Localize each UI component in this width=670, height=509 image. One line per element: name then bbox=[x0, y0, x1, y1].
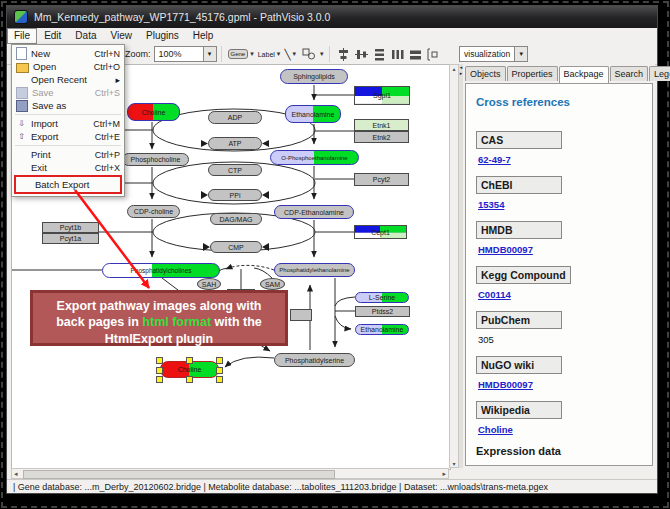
scroll-left-icon[interactable]: ◂ bbox=[14, 469, 18, 478]
node-l-serine[interactable]: L-Serine bbox=[355, 292, 409, 303]
menu-item-label: Open bbox=[33, 61, 56, 72]
node-cmp[interactable]: CMP bbox=[210, 241, 262, 253]
xref-link[interactable]: 62-49-7 bbox=[478, 154, 642, 165]
toolbar-separator bbox=[329, 46, 330, 62]
menu-item-save-as[interactable]: Save as bbox=[12, 99, 124, 112]
selection-handle[interactable] bbox=[156, 367, 163, 374]
node-ptdss2[interactable]: Ptdss2 bbox=[355, 306, 410, 317]
node-cept1[interactable]: Cept1 bbox=[354, 225, 407, 239]
chevron-down-icon[interactable]: ▾ bbox=[292, 50, 296, 58]
add-label-button[interactable]: Label ▾ bbox=[256, 49, 283, 59]
menu-item-save: Save Ctrl+S bbox=[12, 86, 124, 99]
distribute-vertical-button[interactable] bbox=[370, 46, 388, 62]
scroll-down-icon[interactable]: ▾ bbox=[450, 460, 458, 467]
menu-item-exit[interactable]: Exit Ctrl+X bbox=[12, 161, 124, 174]
chevron-down-icon[interactable]: ▾ bbox=[203, 47, 216, 61]
selection-handle[interactable] bbox=[186, 376, 193, 383]
menu-item-new[interactable]: New Ctrl+N bbox=[12, 47, 124, 60]
node-pisd-partial[interactable] bbox=[290, 309, 312, 321]
node-sam[interactable]: SAM bbox=[260, 278, 285, 290]
menu-plugins[interactable]: Plugins bbox=[139, 28, 186, 44]
selection-handle[interactable] bbox=[216, 376, 223, 383]
menu-edit[interactable]: Edit bbox=[37, 28, 68, 44]
xref-link[interactable]: C00114 bbox=[478, 289, 642, 300]
backpage-content: Cross references CAS 62-49-7 ChEBI 15354… bbox=[465, 83, 653, 466]
node-pcyt2[interactable]: Pcyt2 bbox=[354, 173, 409, 186]
tab-objects[interactable]: Objects bbox=[465, 66, 506, 81]
menu-view[interactable]: View bbox=[103, 28, 139, 44]
scroll-right-icon[interactable]: ▸ bbox=[442, 469, 446, 478]
node-etnk2[interactable]: Etnk2 bbox=[354, 131, 409, 143]
add-gene-button[interactable]: Gene ▾ bbox=[226, 48, 256, 60]
chevron-down-icon[interactable]: ▾ bbox=[514, 47, 527, 61]
menu-data[interactable]: Data bbox=[68, 28, 103, 44]
node-dag-mag[interactable]: DAG/MAG bbox=[210, 213, 262, 225]
chevron-down-icon[interactable]: ▾ bbox=[250, 50, 254, 58]
menu-help[interactable]: Help bbox=[186, 28, 221, 44]
menu-item-label: New bbox=[31, 48, 50, 59]
tab-properties[interactable]: Properties bbox=[507, 66, 558, 81]
menu-item-open-recent[interactable]: Open Recent ▸ bbox=[12, 73, 124, 86]
xref-link[interactable]: HMDB00097 bbox=[478, 244, 642, 255]
node-ethanolamine-bottom[interactable]: Ethanolamine bbox=[355, 324, 409, 335]
node-phosphatidylcholines[interactable]: Phosphatidylcholines bbox=[102, 263, 220, 278]
selection-handle[interactable] bbox=[156, 376, 163, 383]
menu-file[interactable]: File bbox=[7, 28, 37, 44]
menu-item-print[interactable]: Print Ctrl+P bbox=[12, 148, 124, 161]
node-o-phosphoethanolamine[interactable]: O-Phosphoethanolamine bbox=[270, 150, 359, 165]
common-width-button[interactable] bbox=[424, 46, 442, 62]
xref-value: 305 bbox=[478, 334, 642, 345]
scrollbar-thumb[interactable] bbox=[23, 470, 335, 479]
chevron-down-icon[interactable]: ▾ bbox=[320, 50, 324, 58]
node-phosphatidylserine[interactable]: Phosphatidylserine bbox=[274, 353, 355, 367]
xref-source-name: ChEBI bbox=[476, 176, 562, 194]
align-center-x-button[interactable] bbox=[334, 46, 352, 62]
node-atp[interactable]: ATP bbox=[208, 137, 262, 150]
title-bar[interactable]: Mm_Kennedy_pathway_WP1771_45176.gpml - P… bbox=[7, 6, 657, 28]
selection-handle[interactable] bbox=[186, 357, 193, 364]
selection-handle[interactable] bbox=[216, 367, 223, 374]
selection-handle[interactable] bbox=[156, 357, 163, 364]
node-adp[interactable]: ADP bbox=[208, 111, 262, 124]
canvas-vertical-scrollbar[interactable]: ▴ ▾ bbox=[449, 64, 459, 468]
node-pcyt1b[interactable]: Pcyt1b bbox=[42, 222, 99, 233]
common-height-button[interactable] bbox=[406, 46, 424, 62]
menu-item-open[interactable]: Open Ctrl+O bbox=[12, 60, 124, 73]
node-choline-top[interactable]: Choline bbox=[127, 103, 180, 121]
add-shape-button[interactable]: ▾ bbox=[298, 45, 326, 63]
node-ctp[interactable]: CTP bbox=[208, 164, 262, 176]
icon-spacer bbox=[20, 180, 31, 190]
node-ethanolamine-top[interactable]: Ethanolamine bbox=[285, 105, 341, 123]
tab-backpage[interactable]: Backpage bbox=[559, 66, 609, 83]
node-pcyt1a[interactable]: Pcyt1a bbox=[42, 233, 99, 244]
chevron-down-icon[interactable]: ▾ bbox=[277, 50, 281, 58]
node-sphingolipids[interactable]: Sphingolipids bbox=[280, 69, 348, 84]
node-ppi[interactable]: PPi bbox=[208, 189, 262, 201]
align-center-y-button[interactable] bbox=[352, 46, 370, 62]
tab-search[interactable]: Search bbox=[610, 66, 649, 81]
node-sgpl1[interactable]: Sgpl1 bbox=[354, 86, 410, 105]
scroll-up-icon[interactable]: ▴ bbox=[450, 65, 458, 72]
node-etnk1[interactable]: Etnk1 bbox=[354, 119, 409, 131]
xref-link[interactable]: 15354 bbox=[478, 199, 642, 210]
menu-item-batch-export[interactable]: Batch Export bbox=[14, 175, 122, 194]
xref-link[interactable]: HMDB00097 bbox=[478, 379, 642, 390]
selection-handle[interactable] bbox=[216, 357, 223, 364]
node-cdp-choline[interactable]: CDP-choline bbox=[127, 205, 180, 218]
node-phosphocholine[interactable]: Phosphocholine bbox=[122, 153, 189, 166]
node-phosphatidylethanolamine[interactable]: Phosphatidylethanolamine bbox=[274, 263, 355, 277]
visualization-combobox[interactable]: visualization ▾ bbox=[459, 46, 528, 62]
distribute-horizontal-button[interactable] bbox=[388, 46, 406, 62]
canvas-horizontal-scrollbar[interactable]: ◂ ▸ bbox=[11, 468, 449, 479]
node-sah[interactable]: SAH bbox=[197, 278, 221, 290]
add-line-button[interactable]: ╲ ▾ bbox=[282, 48, 298, 61]
zoom-combobox[interactable]: 100% ▾ bbox=[154, 46, 217, 62]
status-text: | Gene database: ...m_Derby_20120602.bri… bbox=[13, 482, 548, 492]
xref-link[interactable]: Choline bbox=[478, 424, 642, 435]
menu-item-export[interactable]: ⇧ Export Ctrl+E bbox=[12, 130, 124, 143]
menu-item-label: Print bbox=[31, 149, 51, 160]
menu-shortcut: Ctrl+O bbox=[94, 62, 120, 72]
menu-item-import[interactable]: ⇩ Import Ctrl+M bbox=[12, 117, 124, 130]
node-cdp-ethanolamine[interactable]: CDP-Ethanolamine bbox=[274, 205, 354, 219]
tab-legend[interactable]: Legend bbox=[649, 66, 670, 81]
